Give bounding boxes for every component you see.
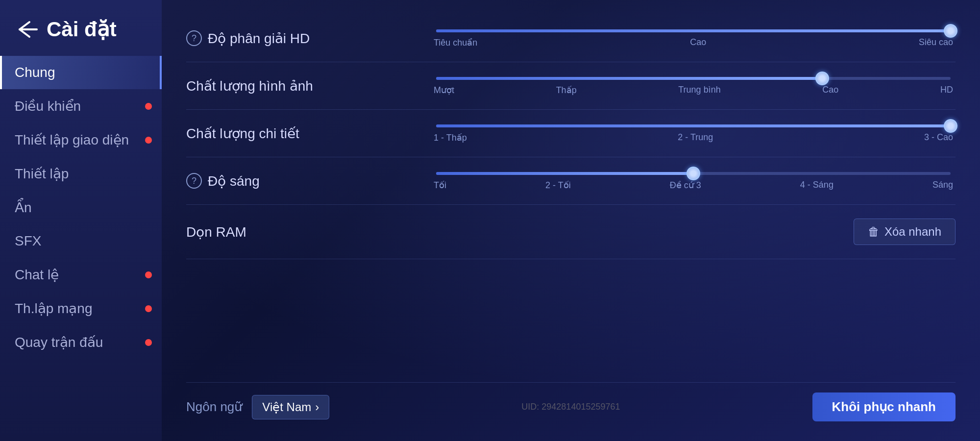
sidebar-item-an[interactable]: Ẩn — [0, 191, 162, 224]
slider-labels: MượtThấpTrung bìnhCaoHD — [431, 85, 956, 96]
slider-container[interactable]: Tối2 - TốiĐề cứ 34 - SángSáng — [431, 171, 956, 191]
restore-button[interactable]: Khôi phục nhanh — [812, 392, 956, 421]
slider-track — [436, 76, 951, 81]
app-container: Cài đặt ChungĐiều khiểnThiết lập giao di… — [0, 0, 980, 441]
setting-row-chat-luong-hinh-anh: Chất lượng hình ảnhMượtThấpTrung bìnhCao… — [186, 62, 956, 110]
slider-label: Siêu cao — [919, 37, 953, 48]
sidebar-item-dieu-khien[interactable]: Điều khiển — [0, 89, 162, 123]
slider-fill — [436, 124, 951, 127]
slider-container[interactable]: Tiêu chuẩnCaoSiêu cao — [431, 28, 956, 48]
xoa-nhanh-button[interactable]: 🗑Xóa nhanh — [854, 219, 956, 245]
sidebar-item-sfx[interactable]: SFX — [0, 224, 162, 258]
slider-thumb[interactable] — [815, 72, 829, 85]
back-icon[interactable] — [15, 20, 39, 39]
slider-label: 3 - Cao — [924, 132, 953, 143]
notification-dot — [145, 103, 152, 110]
sidebar-header: Cài đặt — [0, 10, 162, 56]
language-button[interactable]: Việt Nam › — [252, 395, 329, 419]
sidebar-item-quay-tran-dau[interactable]: Quay trận đấu — [0, 325, 162, 359]
slider-label: Tối — [434, 180, 446, 191]
setting-label-text: Độ phân giải HD — [208, 30, 310, 47]
notification-dot — [145, 339, 152, 346]
uid-text: UID: 2942814015259761 — [339, 402, 802, 412]
setting-row-don-ram: Dọn RAM🗑Xóa nhanh — [186, 205, 956, 259]
slider-thumb[interactable] — [944, 119, 957, 133]
slider-labels: Tiêu chuẩnCaoSiêu cao — [431, 37, 956, 48]
setting-label-area: ?Độ sáng — [186, 173, 421, 189]
slider-label: Đề cứ 3 — [670, 180, 701, 191]
slider-container[interactable]: MượtThấpTrung bìnhCaoHD — [431, 76, 956, 96]
slider-container[interactable]: 1 - Thấp2 - Trung3 - Cao — [431, 123, 956, 143]
slider-label: Mượt — [434, 85, 454, 96]
main-content: ?Độ phân giải HDTiêu chuẩnCaoSiêu caoChấ… — [162, 0, 980, 441]
slider-label: 2 - Tối — [545, 180, 571, 191]
slider-rail — [436, 77, 951, 80]
slider-thumb[interactable] — [944, 24, 957, 38]
sidebar-item-chung[interactable]: Chung — [0, 56, 162, 89]
sidebar-item-chat-le[interactable]: Chat lệ — [0, 258, 162, 292]
slider-label: Cao — [822, 85, 838, 96]
sidebar: Cài đặt ChungĐiều khiểnThiết lập giao di… — [0, 0, 162, 441]
help-icon[interactable]: ? — [186, 30, 202, 46]
slider-label: Thấp — [556, 85, 577, 96]
setting-row-chat-luong-chi-tiet: Chất lượng chi tiết1 - Thấp2 - Trung3 - … — [186, 110, 956, 157]
slider-label: HD — [940, 85, 953, 96]
setting-label-area: Chất lượng hình ảnh — [186, 78, 421, 94]
sidebar-nav: ChungĐiều khiểnThiết lập giao diệnThiết … — [0, 56, 162, 359]
notification-dot — [145, 305, 152, 312]
slider-labels: 1 - Thấp2 - Trung3 - Cao — [431, 132, 956, 143]
slider-label: 1 - Thấp — [434, 132, 467, 143]
bottom-bar: Ngôn ngữ Việt Nam › UID: 294281401525976… — [186, 382, 956, 426]
setting-label-text: Dọn RAM — [186, 224, 246, 240]
slider-rail — [436, 29, 951, 32]
slider-label: 2 - Trung — [678, 132, 713, 143]
slider-label: Sáng — [932, 180, 953, 191]
sidebar-title: Cài đặt — [47, 17, 117, 41]
slider-label: Trung bình — [678, 85, 720, 96]
setting-label-text: Chất lượng hình ảnh — [186, 78, 313, 94]
help-icon[interactable]: ? — [186, 173, 202, 189]
setting-label-area: ?Độ phân giải HD — [186, 30, 421, 47]
slider-fill — [436, 172, 693, 175]
notification-dot — [145, 271, 152, 278]
slider-label: Cao — [690, 37, 706, 48]
slider-thumb[interactable] — [686, 167, 700, 180]
slider-fill — [436, 29, 951, 32]
setting-row-do-sang: ?Độ sángTối2 - TốiĐề cứ 34 - SángSáng — [186, 157, 956, 205]
setting-label-area: Chất lượng chi tiết — [186, 125, 421, 142]
slider-label: 4 - Sáng — [800, 180, 833, 191]
slider-labels: Tối2 - TốiĐề cứ 34 - SángSáng — [431, 180, 956, 191]
slider-track — [436, 171, 951, 176]
trash-icon: 🗑 — [868, 225, 880, 239]
button-label: Xóa nhanh — [884, 225, 941, 239]
sidebar-item-th-lap-mang[interactable]: Th.lập mạng — [0, 292, 162, 325]
lang-label: Ngôn ngữ — [186, 399, 242, 415]
slider-track — [436, 123, 951, 128]
setting-label-area: Dọn RAM — [186, 224, 421, 240]
sidebar-item-thiet-lap[interactable]: Thiết lập — [0, 157, 162, 191]
sidebar-item-thiet-lap-giao-dien[interactable]: Thiết lập giao diện — [0, 123, 162, 157]
lang-arrow: › — [315, 400, 319, 414]
setting-row-do-phan-giai-hd: ?Độ phân giải HDTiêu chuẩnCaoSiêu cao — [186, 15, 956, 62]
slider-label: Tiêu chuẩn — [434, 37, 477, 48]
notification-dot — [145, 137, 152, 144]
lang-value: Việt Nam — [262, 400, 311, 414]
settings-list: ?Độ phân giải HDTiêu chuẩnCaoSiêu caoChấ… — [186, 15, 956, 382]
setting-label-text: Chất lượng chi tiết — [186, 125, 299, 142]
slider-track — [436, 28, 951, 33]
setting-label-text: Độ sáng — [208, 173, 260, 189]
slider-rail — [436, 124, 951, 127]
slider-fill — [436, 77, 822, 80]
